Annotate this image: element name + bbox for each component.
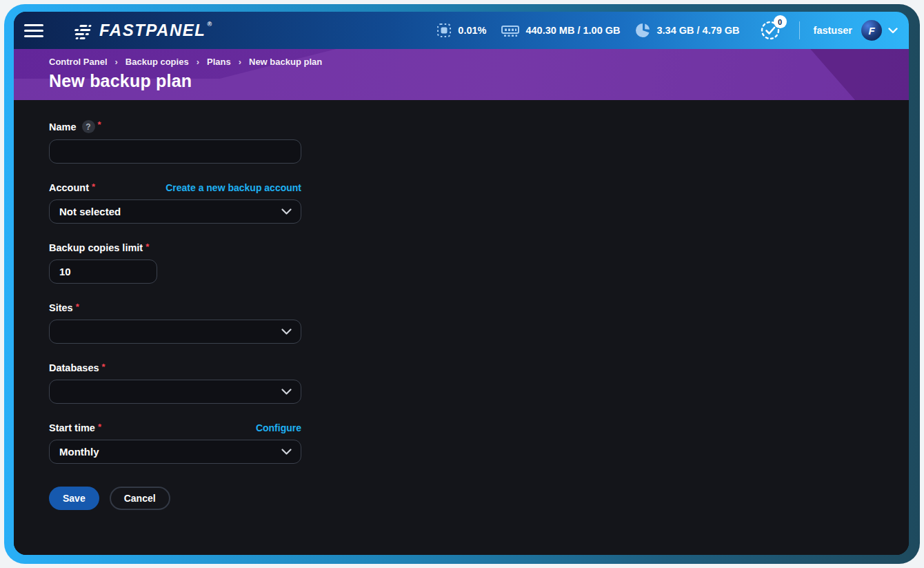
breadcrumb-control-panel[interactable]: Control Panel xyxy=(49,57,108,67)
breadcrumb-separator: › xyxy=(239,57,241,67)
breadcrumb-new-backup-plan: New backup plan xyxy=(249,57,322,67)
chevron-down-icon xyxy=(888,28,898,34)
cpu-usage-stat: 0.01% xyxy=(436,23,486,38)
breadcrumb-backup-copies[interactable]: Backup copies xyxy=(125,57,189,67)
configure-link[interactable]: Configure xyxy=(256,422,301,433)
backup-copies-limit-label: Backup copies limit xyxy=(49,242,143,253)
sites-label: Sites xyxy=(49,302,73,313)
notifications-button[interactable]: 0 xyxy=(759,18,784,43)
field-start-time: Start time * Configure Monthly xyxy=(49,422,301,464)
required-mark: * xyxy=(98,422,101,432)
help-icon[interactable]: ? xyxy=(82,120,95,133)
menu-icon[interactable] xyxy=(22,20,46,41)
databases-label: Databases xyxy=(49,362,99,373)
equalizer-icon xyxy=(72,24,94,39)
form-actions: Save Cancel xyxy=(49,487,909,510)
breadcrumb-plans[interactable]: Plans xyxy=(207,57,231,67)
required-mark: * xyxy=(76,302,79,312)
cpu-usage-value: 0.01% xyxy=(458,25,486,36)
fastpanel-logo[interactable]: FASTPANEL ® xyxy=(72,22,212,39)
chevron-down-icon xyxy=(281,389,292,395)
field-name: Name ? * xyxy=(49,120,301,164)
breadcrumb-separator: › xyxy=(197,57,199,67)
topbar-divider xyxy=(799,21,800,39)
save-button[interactable]: Save xyxy=(49,487,99,510)
app-window: FASTPANEL ® 0.01% xyxy=(14,12,909,555)
memory-usage-value: 440.30 MB / 1.00 GB xyxy=(525,25,620,36)
name-input[interactable] xyxy=(49,139,301,164)
start-time-select-value: Monthly xyxy=(59,446,99,458)
required-mark: * xyxy=(145,242,149,252)
user-menu[interactable]: fastuser F xyxy=(814,20,898,41)
avatar: F xyxy=(861,20,882,41)
disk-icon xyxy=(635,23,650,38)
field-account: Account * Create a new backup account No… xyxy=(49,182,301,224)
field-databases: Databases * xyxy=(49,362,301,404)
name-label: Name xyxy=(49,121,77,133)
required-mark: * xyxy=(92,182,95,192)
memory-usage-stat: 440.30 MB / 1.00 GB xyxy=(501,23,620,37)
account-select[interactable]: Not selected xyxy=(49,199,301,224)
page-header: Control Panel › Backup copies › Plans › … xyxy=(14,49,909,100)
disk-usage-stat: 3.34 GB / 4.79 GB xyxy=(635,23,739,38)
required-mark: * xyxy=(98,120,101,130)
cancel-button[interactable]: Cancel xyxy=(110,487,170,510)
required-mark: * xyxy=(102,362,106,372)
cpu-icon xyxy=(436,23,452,38)
notifications-count-badge: 0 xyxy=(774,15,787,28)
start-time-select[interactable]: Monthly xyxy=(49,440,301,464)
logo-text: FASTPANEL xyxy=(99,22,205,39)
username-label: fastuser xyxy=(814,25,852,36)
form-area: Name ? * Account * Create a new backup a… xyxy=(14,100,909,555)
sites-select[interactable] xyxy=(49,320,301,344)
breadcrumb-separator: › xyxy=(115,57,118,67)
ram-icon xyxy=(501,23,519,37)
chevron-down-icon xyxy=(281,449,292,456)
databases-select[interactable] xyxy=(49,380,301,404)
disk-usage-value: 3.34 GB / 4.79 GB xyxy=(656,25,739,36)
backup-copies-limit-input[interactable] xyxy=(49,259,157,284)
start-time-label: Start time xyxy=(49,422,95,433)
field-backup-copies-limit: Backup copies limit * xyxy=(49,242,301,284)
logo-registered-mark: ® xyxy=(207,21,212,28)
create-backup-account-link[interactable]: Create a new backup account xyxy=(165,182,301,193)
top-bar: FASTPANEL ® 0.01% xyxy=(14,12,909,49)
app-frame: FASTPANEL ® 0.01% xyxy=(4,4,920,564)
field-sites: Sites * xyxy=(49,302,301,344)
chevron-down-icon xyxy=(281,208,292,215)
account-label: Account xyxy=(49,182,89,193)
breadcrumb: Control Panel › Backup copies › Plans › … xyxy=(49,57,909,67)
chevron-down-icon xyxy=(281,329,292,335)
account-select-value: Not selected xyxy=(59,206,121,217)
page-title: New backup plan xyxy=(49,71,909,91)
